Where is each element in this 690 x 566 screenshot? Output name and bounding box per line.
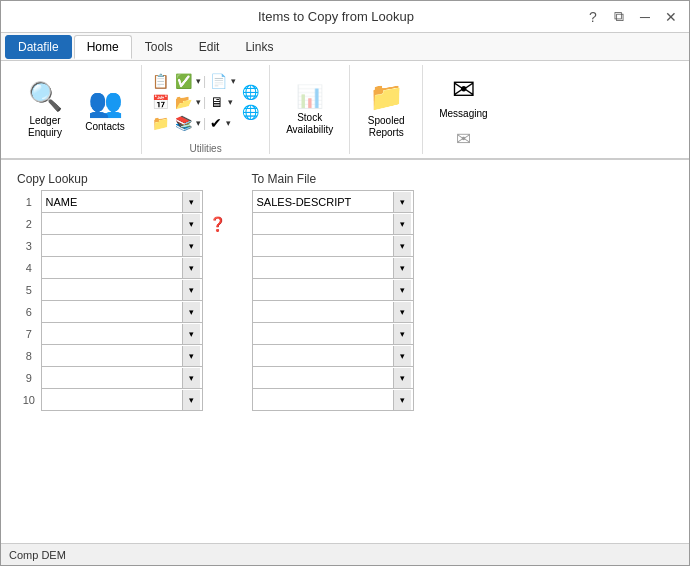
tab-edit[interactable]: Edit bbox=[186, 35, 233, 59]
copy-lookup-input[interactable] bbox=[42, 192, 182, 212]
util-dropdown-3[interactable]: ▾ bbox=[196, 118, 201, 128]
copy-lookup-dropdown-arrow[interactable]: ▾ bbox=[182, 302, 200, 322]
window-title: Items to Copy from Lookup bbox=[89, 9, 583, 24]
main-file-dropdown-arrow[interactable]: ▾ bbox=[393, 346, 411, 366]
main-file-input[interactable] bbox=[253, 280, 393, 300]
table-row: 1▾ bbox=[17, 191, 228, 213]
main-file-dropdown-arrow[interactable]: ▾ bbox=[393, 390, 411, 410]
main-file-cell: ▾ bbox=[253, 258, 413, 278]
main-file-input[interactable] bbox=[253, 214, 393, 234]
util-dropdown-3c[interactable]: ▾ bbox=[226, 118, 231, 128]
ribbon-section-utilities: 📋 ✅ ▾ | 📄 ▾ 📅 📂 ▾ | 🖥 ▾ bbox=[142, 65, 270, 154]
close-button[interactable]: ✕ bbox=[661, 9, 681, 25]
table-row: 6▾ bbox=[17, 301, 228, 323]
copy-lookup-cell: ▾ bbox=[42, 236, 202, 256]
main-file-dropdown-arrow[interactable]: ▾ bbox=[393, 368, 411, 388]
table-row: 5▾ bbox=[17, 279, 228, 301]
copy-lookup-dropdown-arrow[interactable]: ▾ bbox=[182, 214, 200, 234]
main-file-dropdown-arrow[interactable]: ▾ bbox=[393, 192, 411, 212]
util-icon-1a[interactable]: 📋 bbox=[150, 72, 171, 90]
copy-lookup-dropdown-arrow[interactable]: ▾ bbox=[182, 280, 200, 300]
util-icon-3b[interactable]: 📚 bbox=[173, 114, 194, 132]
util-icon-globe[interactable]: 🌐 bbox=[240, 83, 261, 101]
copy-lookup-input[interactable] bbox=[42, 324, 182, 344]
ledger-enquiry-button[interactable]: 🔍 LedgerEnquiry bbox=[17, 76, 73, 143]
copy-lookup-input[interactable] bbox=[42, 368, 182, 388]
util-icon-2a[interactable]: 📅 bbox=[150, 93, 171, 111]
main-file-input[interactable] bbox=[253, 236, 393, 256]
main-file-dropdown-arrow[interactable]: ▾ bbox=[393, 280, 411, 300]
util-dropdown-1c[interactable]: ▾ bbox=[231, 76, 236, 86]
main-file-input[interactable] bbox=[253, 192, 393, 212]
main-file-input[interactable] bbox=[253, 368, 393, 388]
main-file-input[interactable] bbox=[253, 258, 393, 278]
util-icon-1b[interactable]: ✅ bbox=[173, 72, 194, 90]
copy-lookup-dropdown-arrow[interactable]: ▾ bbox=[182, 324, 200, 344]
main-file-cell: ▾ bbox=[253, 236, 413, 256]
tab-tools[interactable]: Tools bbox=[132, 35, 186, 59]
main-file-dropdown-arrow[interactable]: ▾ bbox=[393, 236, 411, 256]
tab-home[interactable]: Home bbox=[74, 35, 132, 59]
content-area: Copy Lookup 1▾2▾❓3▾4▾5▾6▾7▾8▾9▾10▾ To Ma… bbox=[1, 160, 689, 543]
row-number: 5 bbox=[17, 279, 41, 301]
table-row: ▾ bbox=[252, 235, 413, 257]
copy-lookup-dropdown-arrow[interactable]: ▾ bbox=[182, 192, 200, 212]
main-file-dropdown-arrow[interactable]: ▾ bbox=[393, 258, 411, 278]
main-file-dropdown-arrow[interactable]: ▾ bbox=[393, 302, 411, 322]
copy-lookup-cell: ▾ bbox=[42, 346, 202, 366]
util-icon-3a[interactable]: 📁 bbox=[150, 114, 171, 132]
main-file-table: ▾▾▾▾▾▾▾▾▾▾ bbox=[252, 190, 414, 411]
copy-lookup-dropdown-arrow[interactable]: ▾ bbox=[182, 390, 200, 410]
main-file-dropdown-arrow[interactable]: ▾ bbox=[393, 214, 411, 234]
copy-lookup-cell: ▾ bbox=[42, 368, 202, 388]
copy-lookup-cell: ▾ bbox=[42, 214, 202, 234]
copy-lookup-input[interactable] bbox=[42, 214, 182, 234]
table-row: 8▾ bbox=[17, 345, 228, 367]
restore-button[interactable]: ⧉ bbox=[609, 8, 629, 25]
main-file-dropdown-arrow[interactable]: ▾ bbox=[393, 324, 411, 344]
util-icon-1c[interactable]: 📄 bbox=[208, 72, 229, 90]
messaging-secondary-icon[interactable]: ✉ bbox=[456, 128, 471, 150]
util-icon-3c[interactable]: ✔ bbox=[208, 114, 224, 132]
status-text: Comp DEM bbox=[9, 549, 66, 561]
copy-lookup-input[interactable] bbox=[42, 236, 182, 256]
copy-lookup-input[interactable] bbox=[42, 302, 182, 322]
util-icon-2c[interactable]: 🖥 bbox=[208, 93, 226, 111]
copy-lookup-dropdown-arrow[interactable]: ▾ bbox=[182, 236, 200, 256]
copy-table-container: Copy Lookup 1▾2▾❓3▾4▾5▾6▾7▾8▾9▾10▾ To Ma… bbox=[17, 172, 673, 411]
spooled-reports-button[interactable]: 📁 SpooledReports bbox=[358, 76, 414, 143]
copy-lookup-dropdown-arrow[interactable]: ▾ bbox=[182, 346, 200, 366]
util-dropdown-2c[interactable]: ▾ bbox=[228, 97, 233, 107]
copy-lookup-cell: ▾ bbox=[42, 192, 202, 212]
util-icon-globe2[interactable]: 🌐 bbox=[240, 103, 261, 121]
status-bar: Comp DEM bbox=[1, 543, 689, 565]
minimize-button[interactable]: ─ bbox=[635, 9, 655, 25]
util-icon-2b[interactable]: 📂 bbox=[173, 93, 194, 111]
copy-lookup-input[interactable] bbox=[42, 258, 182, 278]
copy-lookup-dropdown-arrow[interactable]: ▾ bbox=[182, 258, 200, 278]
copy-lookup-cell: ▾ bbox=[42, 258, 202, 278]
row-help-icon[interactable]: ❓ bbox=[209, 216, 226, 232]
main-file-input[interactable] bbox=[253, 390, 393, 410]
copy-lookup-input[interactable] bbox=[42, 346, 182, 366]
main-file-input[interactable] bbox=[253, 324, 393, 344]
main-file-cell: ▾ bbox=[253, 280, 413, 300]
table-row: ▾ bbox=[252, 257, 413, 279]
stock-availability-button: 📊 StockAvailability bbox=[278, 80, 341, 140]
table-row: 2▾❓ bbox=[17, 213, 228, 235]
row-number: 7 bbox=[17, 323, 41, 345]
messaging-icon: ✉ bbox=[452, 73, 475, 106]
tab-links[interactable]: Links bbox=[232, 35, 286, 59]
tab-datafile[interactable]: Datafile bbox=[5, 35, 72, 59]
contacts-button[interactable]: 👥 Contacts bbox=[77, 82, 133, 137]
ribbon-buttons-stock: 📊 StockAvailability bbox=[278, 65, 341, 154]
util-dropdown-1[interactable]: ▾ bbox=[196, 76, 201, 86]
copy-lookup-input[interactable] bbox=[42, 280, 182, 300]
copy-lookup-dropdown-arrow[interactable]: ▾ bbox=[182, 368, 200, 388]
main-file-input[interactable] bbox=[253, 346, 393, 366]
util-dropdown-2[interactable]: ▾ bbox=[196, 97, 201, 107]
main-file-input[interactable] bbox=[253, 302, 393, 322]
help-button[interactable]: ? bbox=[583, 9, 603, 25]
copy-lookup-input[interactable] bbox=[42, 390, 182, 410]
messaging-button[interactable]: ✉ Messaging bbox=[431, 69, 495, 124]
